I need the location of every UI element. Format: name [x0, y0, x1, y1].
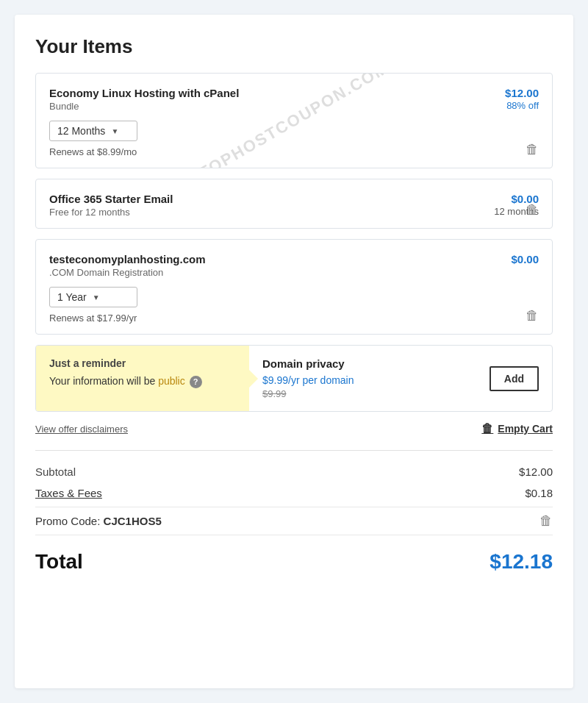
help-icon[interactable]: ?	[190, 376, 202, 388]
promo-delete-button[interactable]: 🗑	[539, 513, 553, 529]
page-title: Your Items	[35, 35, 553, 58]
totals-section: Subtotal $12.00 Taxes & Fees $0.18 Promo…	[35, 450, 553, 577]
domain-term-dropdown[interactable]: 1 Year ▼	[49, 287, 137, 307]
reminder-highlight: public	[158, 375, 185, 387]
economy-hosting-subtitle: Bundle	[49, 101, 239, 112]
office365-card: Office 365 Starter Email Free for 12 mon…	[35, 179, 553, 229]
economy-hosting-delete-button[interactable]: 🗑	[526, 142, 539, 157]
domain-privacy-title: Domain privacy	[262, 357, 354, 370]
domain-price-block: $0.00	[511, 253, 539, 266]
domain-privacy-info: Domain privacy $9.99/yr per domain $9.99	[262, 357, 354, 399]
domain-privacy-original: $9.99	[262, 388, 354, 399]
add-domain-privacy-button[interactable]: Add	[490, 366, 539, 391]
promo-code: CJC1HOS5	[104, 515, 162, 527]
trash-icon: 🗑	[539, 513, 553, 528]
domain-price: $0.00	[511, 253, 539, 265]
economy-hosting-card: TOPHOSTCOUPON.COM Economy Linux Hosting …	[35, 73, 553, 168]
view-disclaimers-link[interactable]: View offer disclaimers	[35, 424, 128, 435]
total-value: $12.18	[490, 550, 553, 574]
office365-subtitle: Free for 12 months	[49, 207, 173, 218]
domain-title: testeconomyplanhosting.com	[49, 253, 206, 265]
empty-cart-label: Empty Cart	[498, 423, 553, 435]
economy-hosting-price-block: $12.00 88% off	[505, 87, 539, 111]
trash-icon: 🗑	[526, 202, 539, 217]
subtotal-label: Subtotal	[35, 465, 76, 478]
domain-privacy-price: $9.99/yr per domain	[262, 374, 354, 386]
reminder-body: Your information will be public ?	[49, 374, 236, 389]
chevron-down-icon: ▼	[93, 293, 100, 301]
reminder-body-prefix: Your information will be	[49, 375, 155, 387]
domain-delete-button[interactable]: 🗑	[526, 308, 539, 324]
trash-icon: 🗑	[526, 308, 539, 323]
office365-title: Office 365 Starter Email	[49, 193, 173, 205]
promo-label: Promo Code: CJC1HOS5	[35, 515, 162, 527]
page-container: Your Items TOPHOSTCOUPON.COM Economy Lin…	[15, 15, 573, 688]
domain-renews: Renews at $17.99/yr	[49, 313, 539, 324]
taxes-value: $0.18	[525, 487, 553, 499]
economy-hosting-info: Economy Linux Hosting with cPanel Bundle	[49, 87, 239, 112]
trash-icon: 🗑	[526, 142, 539, 157]
domain-subtitle: .COM Domain Registration	[49, 267, 206, 278]
reminder-privacy-card: Just a reminder Your information will be…	[35, 345, 553, 412]
domain-privacy-box: Domain privacy $9.99/yr per domain $9.99…	[249, 346, 552, 411]
reminder-box: Just a reminder Your information will be…	[36, 346, 249, 411]
total-row: Total $12.18	[35, 538, 553, 577]
economy-hosting-title: Economy Linux Hosting with cPanel	[49, 87, 239, 99]
taxes-row: Taxes & Fees $0.18	[35, 482, 553, 504]
reminder-title: Just a reminder	[49, 357, 236, 369]
office365-info: Office 365 Starter Email Free for 12 mon…	[49, 193, 173, 218]
chevron-down-icon: ▼	[111, 127, 118, 135]
empty-cart-button[interactable]: 🗑 Empty Cart	[481, 422, 553, 435]
subtotal-value: $12.00	[519, 465, 553, 478]
promo-row: Promo Code: CJC1HOS5 🗑	[35, 507, 553, 535]
bottom-actions: View offer disclaimers 🗑 Empty Cart	[35, 422, 553, 435]
taxes-label[interactable]: Taxes & Fees	[35, 487, 102, 499]
domain-info: testeconomyplanhosting.com .COM Domain R…	[49, 253, 206, 278]
economy-hosting-term-dropdown[interactable]: 12 Months ▼	[49, 121, 137, 141]
economy-hosting-dropdown-value: 12 Months	[57, 125, 105, 137]
domain-dropdown-value: 1 Year	[57, 291, 87, 303]
subtotal-row: Subtotal $12.00	[35, 461, 553, 482]
economy-hosting-badge: 88% off	[505, 100, 539, 111]
trash-icon: 🗑	[481, 422, 493, 435]
domain-card: testeconomyplanhosting.com .COM Domain R…	[35, 239, 553, 335]
total-label: Total	[35, 550, 83, 574]
economy-hosting-price: $12.00	[505, 87, 539, 99]
economy-hosting-renews: Renews at $8.99/mo	[49, 146, 539, 157]
office365-delete-button[interactable]: 🗑	[526, 202, 539, 218]
